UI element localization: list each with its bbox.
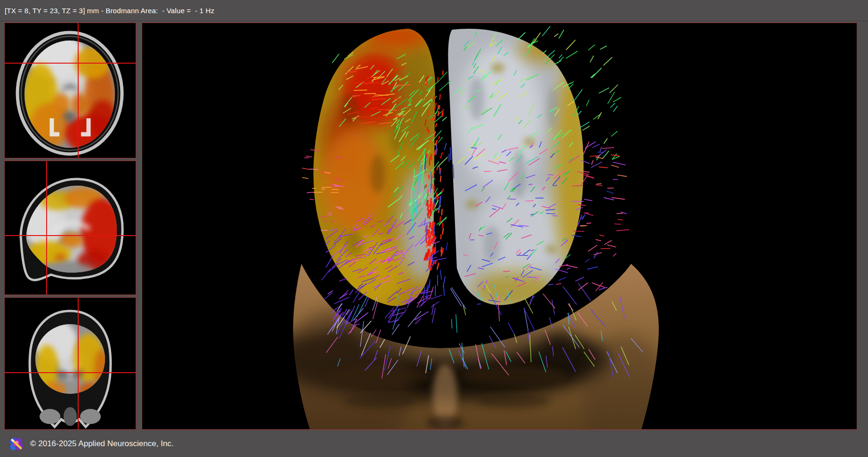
right-eye-shadow — [477, 393, 550, 408]
axial-crosshair-horizontal — [5, 63, 136, 64]
axial-crosshair-vertical — [78, 23, 79, 158]
sagittal-slice-image — [5, 161, 136, 294]
coordinate-readout: [TX = 8, TY = 23, TZ = 3] mm - Brodmann … — [0, 7, 214, 15]
sagittal-crosshair-horizontal — [5, 235, 136, 236]
left-eye-shadow — [343, 393, 417, 408]
coronal-slice-image — [5, 298, 136, 429]
right-brow-shadow — [462, 366, 567, 385]
coronal-slice-panel[interactable] — [4, 297, 137, 430]
coronal-crosshair-horizontal — [5, 372, 136, 373]
left-brow-shadow — [325, 366, 430, 385]
sagittal-slice-panel[interactable] — [4, 160, 137, 295]
left-hemisphere — [314, 24, 442, 308]
axial-slice-image — [5, 23, 136, 158]
applied-neuroscience-logo-icon — [8, 435, 24, 452]
axial-slice-panel[interactable] — [4, 22, 137, 159]
header-bar: [TX = 8, TY = 23, TZ = 3] mm - Brodmann … — [0, 0, 868, 21]
3d-head-view-panel[interactable] — [141, 22, 858, 430]
copyright-text: © 2016-2025 Applied Neuroscience, Inc. — [30, 439, 174, 449]
3d-brain-render — [142, 23, 857, 429]
sagittal-crosshair-vertical — [46, 161, 47, 294]
coronal-crosshair-vertical — [78, 298, 79, 429]
neuroimaging-window: [TX = 8, TY = 23, TZ = 3] mm - Brodmann … — [0, 0, 868, 457]
status-bar: © 2016-2025 Applied Neuroscience, Inc. — [0, 430, 868, 457]
